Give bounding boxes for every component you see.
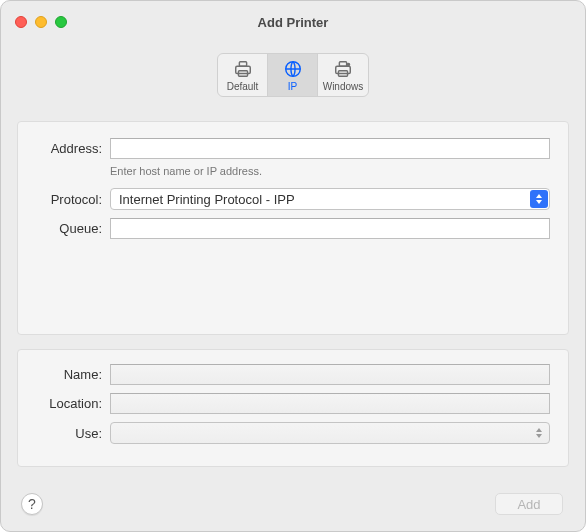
- location-label: Location:: [26, 396, 110, 411]
- globe-icon: [282, 59, 304, 79]
- printer-network-icon: [332, 59, 354, 79]
- protocol-select[interactable]: Internet Printing Protocol - IPP: [110, 188, 550, 210]
- window-title: Add Printer: [1, 1, 585, 30]
- tab-windows-label: Windows: [323, 81, 364, 92]
- updown-icon: [530, 424, 548, 442]
- window-controls: [15, 16, 67, 28]
- name-label: Name:: [26, 367, 110, 382]
- add-button[interactable]: Add: [495, 493, 563, 515]
- address-hint: Enter host name or IP address.: [110, 165, 262, 177]
- name-input[interactable]: [110, 364, 550, 385]
- minimize-button[interactable]: [35, 16, 47, 28]
- protocol-label: Protocol:: [26, 192, 110, 207]
- footer: ? Add: [1, 479, 585, 531]
- use-select[interactable]: [110, 422, 550, 444]
- tab-ip-label: IP: [288, 81, 297, 92]
- updown-icon: [530, 190, 548, 208]
- toolbar: Default IP Windows: [1, 53, 585, 107]
- address-label: Address:: [26, 141, 110, 156]
- help-button[interactable]: ?: [21, 493, 43, 515]
- close-button[interactable]: [15, 16, 27, 28]
- use-label: Use:: [26, 426, 110, 441]
- protocol-value: Internet Printing Protocol - IPP: [119, 192, 295, 207]
- tab-group: Default IP Windows: [217, 53, 369, 97]
- address-input[interactable]: [110, 138, 550, 159]
- add-button-label: Add: [517, 497, 540, 512]
- printer-icon: [232, 59, 254, 79]
- details-panel: Name: Location: Use:: [17, 349, 569, 467]
- add-printer-window: Add Printer Default IP: [0, 0, 586, 532]
- queue-label: Queue:: [26, 221, 110, 236]
- svg-rect-5: [339, 61, 346, 66]
- help-icon: ?: [28, 496, 36, 512]
- svg-rect-1: [239, 61, 246, 66]
- tab-default-label: Default: [227, 81, 259, 92]
- zoom-button[interactable]: [55, 16, 67, 28]
- tab-default[interactable]: Default: [218, 54, 268, 96]
- tab-ip[interactable]: IP: [268, 54, 318, 96]
- content: Address: Enter host name or IP address. …: [1, 107, 585, 467]
- svg-point-7: [347, 63, 349, 65]
- tab-windows[interactable]: Windows: [318, 54, 368, 96]
- titlebar: Add Printer: [1, 1, 585, 53]
- location-input[interactable]: [110, 393, 550, 414]
- connection-panel: Address: Enter host name or IP address. …: [17, 121, 569, 335]
- queue-input[interactable]: [110, 218, 550, 239]
